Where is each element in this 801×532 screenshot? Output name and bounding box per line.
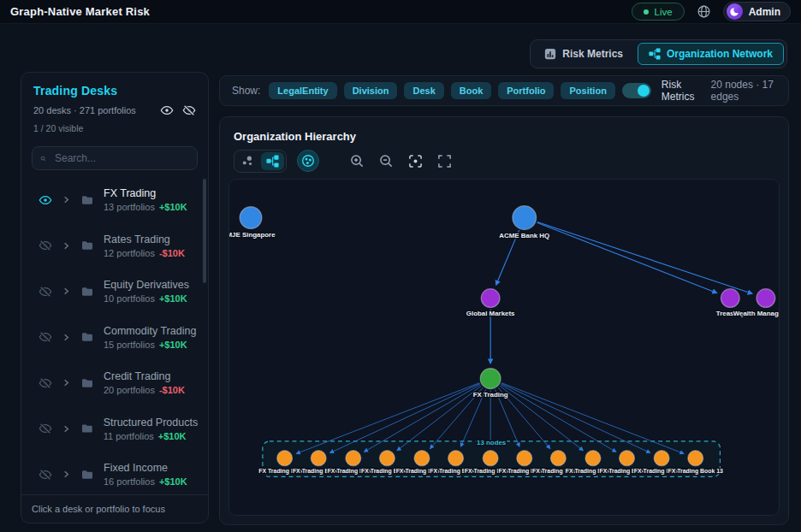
graph-node[interactable] [240,207,262,229]
graph-node[interactable] [481,289,500,308]
expand-chevron[interactable] [62,424,71,434]
desk-row[interactable]: Equity Derivatives 10 portfolios+$10K [21,269,208,315]
show-all-button[interactable] [160,103,174,117]
graph-node[interactable] [654,451,669,466]
desk-portfolio-count: 10 portfolios [104,293,155,304]
desk-row[interactable]: Credit Trading 20 portfolios-$10K [21,360,208,406]
graph-stats: 20 nodes · 17 edges [711,79,776,103]
desk-visibility-toggle[interactable] [39,193,52,207]
expand-chevron[interactable] [62,333,71,342]
node-type-chip[interactable]: Portfolio [498,82,554,99]
desk-visibility-toggle[interactable] [39,285,52,299]
tab-label: Organization Network [667,48,773,60]
desk-visibility-toggle[interactable] [39,422,52,435]
graph-node[interactable] [721,289,739,308]
desk-row[interactable]: Fixed Income 16 portfolios+$10K [21,452,208,494]
graph-node[interactable] [756,289,775,308]
globe-button[interactable] [697,4,711,19]
panel-title: Organization Hierarchy [234,130,356,143]
graph-canvas[interactable]: MJE SingaporeACME Bank HQGlobal MarketsT… [228,179,780,516]
graph-node[interactable] [277,451,293,466]
node-type-chip[interactable]: Desk [404,82,443,99]
tab-label: Risk Metrics [562,48,623,60]
graph-node[interactable] [688,451,703,466]
zoom-in-button[interactable] [347,151,367,171]
desk-portfolio-count: 11 portfolios [104,431,154,441]
folder-icon [80,285,94,299]
chevron-right-icon [62,333,71,342]
admin-button[interactable]: Admin [723,2,791,21]
desk-row[interactable]: Commodity Trading 15 portfolios+$10K [21,315,208,361]
zoom-out-icon [379,154,394,168]
expand-chevron[interactable] [62,287,71,296]
risk-metrics-toggle[interactable] [622,83,651,98]
tab-organization-network[interactable]: Organization Network [638,43,784,65]
scrollbar-thumb[interactable] [203,179,206,283]
graph-node[interactable] [311,451,326,466]
desk-name: Credit Trading [104,370,185,382]
expand-chevron[interactable] [62,195,71,204]
folder-icon [80,239,94,252]
desk-pnl: +$10K [159,476,187,487]
graph-node[interactable] [513,206,537,230]
desk-portfolio-count: 13 portfolios [104,202,155,212]
zoom-out-button[interactable] [376,151,396,171]
tab-risk-metrics[interactable]: Risk Metrics [533,43,634,65]
app-window: Graph-Native Market Risk Live [0,0,801,532]
expand-chevron[interactable] [62,378,71,387]
folder-icon [80,193,94,207]
eye-off-icon [39,468,52,482]
eye-icon [39,193,52,207]
desk-pnl: +$10K [159,202,187,212]
graph-node[interactable] [379,451,395,466]
desk-row[interactable]: Structured Products 11 portfolios+$10K [21,406,208,452]
admin-label: Admin [749,6,780,18]
desk-pnl: -$10K [159,248,185,258]
node-type-chip[interactable]: Book [451,82,492,99]
desk-pnl: +$10K [158,431,187,441]
desk-visibility-toggle[interactable] [39,376,52,390]
risk-metrics-toggle-label: Risk Metrics [662,79,701,103]
node-type-chip[interactable]: Position [561,82,614,99]
node-type-chip[interactable]: LegalEntity [269,82,336,99]
live-status-button[interactable]: Live [632,3,685,21]
hierarchy-layout-icon [266,155,279,168]
fullscreen-button[interactable] [434,151,454,171]
expand-chevron[interactable] [62,241,71,251]
desk-row[interactable]: FX Trading 13 portfolios+$10K [21,177,208,223]
expand-chevron[interactable] [62,470,71,479]
center-focus-button[interactable] [405,151,425,171]
org-graph[interactable]: MJE SingaporeACME Bank HQGlobal MarketsT… [229,180,779,515]
graph-node[interactable] [414,451,430,466]
network-icon [649,48,661,60]
chevron-right-icon [62,287,71,296]
desk-row[interactable]: Rates Trading 12 portfolios-$10K [21,223,208,269]
desk-name: FX Trading [104,187,187,199]
layout-force-button[interactable] [236,152,259,170]
hide-all-button[interactable] [182,103,196,117]
desk-visibility-toggle[interactable] [39,330,52,344]
graph-node[interactable] [480,369,501,389]
graph-node[interactable] [550,451,566,466]
graph-node[interactable] [483,451,498,466]
desk-portfolio-count: 16 portfolios [104,476,155,487]
desk-visibility-toggle[interactable] [39,468,52,482]
graph-node[interactable] [517,451,532,466]
search-input[interactable] [53,151,189,165]
sidebar-header: Trading Desks 20 desks · 271 portfolios [21,73,208,139]
node-type-chips: LegalEntityDivisionDeskBookPortfolioPosi… [269,82,615,99]
view-tabs: Risk Metrics Organization Network [530,39,787,68]
graph-node[interactable] [620,451,635,466]
chevron-right-icon [62,195,71,204]
eye-off-icon [39,422,52,435]
graph-node[interactable] [585,451,601,466]
node-type-chip[interactable]: Division [344,82,398,99]
graph-node[interactable] [346,451,361,466]
organization-hierarchy-panel: Organization Hierarchy [219,116,789,525]
zoom-in-icon [350,154,365,168]
layout-hierarchy-button[interactable] [261,152,284,170]
cluster-button[interactable] [297,150,319,172]
graph-node-label: FX Trading [473,391,508,399]
graph-node[interactable] [448,451,464,466]
desk-visibility-toggle[interactable] [39,239,52,252]
